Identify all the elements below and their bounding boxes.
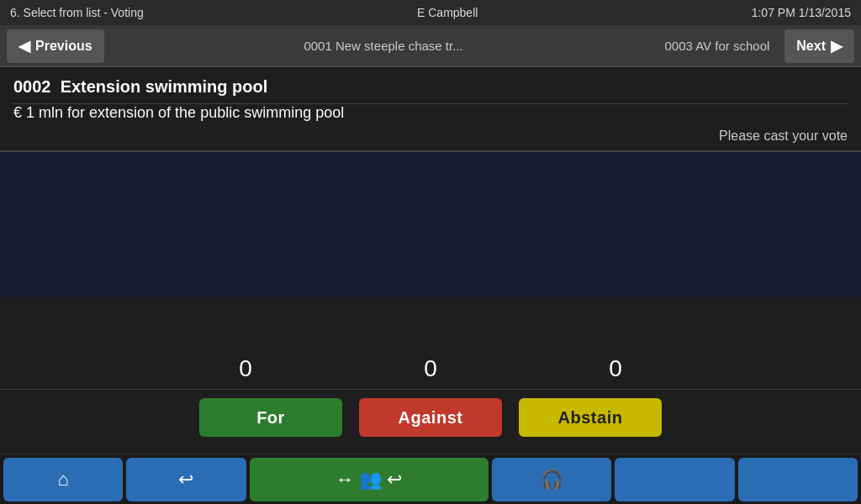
item-description: € 1 mln for extension of the public swim…: [13, 104, 848, 122]
nav-bar: ◀ Previous 0001 New steeple chase tr... …: [0, 25, 861, 67]
next-item-label: 0003 AV for school: [657, 39, 779, 53]
next-button[interactable]: Next ▶: [784, 29, 854, 63]
main-content: 0002 Extension swimming pool € 1 mln for…: [0, 67, 861, 454]
bottom-bar: ⌂ ↩ ↔ 👥 ↩ 🎧: [0, 454, 861, 504]
item-title: 0002 Extension swimming pool: [13, 77, 848, 97]
datetime: 1:07 PM 1/13/2015: [752, 6, 851, 19]
status-bar: 6. Select from list - Voting E Campbell …: [0, 0, 861, 25]
vote-buttons-row: For Against Abstain: [199, 398, 662, 437]
voting-area: 0 0 0 For Against Abstain: [0, 299, 861, 454]
previous-label: Previous: [35, 39, 92, 54]
vote-prompt: Please cast your vote: [13, 129, 848, 144]
extra-btn-6[interactable]: [738, 458, 858, 501]
right-arrow-icon: ▶: [831, 37, 843, 55]
against-button[interactable]: Against: [359, 398, 502, 437]
headset-icon: 🎧: [541, 469, 563, 491]
against-count: 0: [414, 355, 447, 382]
content-area: 0002 Extension swimming pool € 1 mln for…: [0, 67, 861, 151]
previous-item-label: 0001 New steeple chase tr...: [111, 39, 657, 53]
headset-button[interactable]: 🎧: [492, 458, 611, 501]
abstain-button[interactable]: Abstain: [519, 398, 662, 437]
extra-btn-5[interactable]: [615, 458, 734, 501]
home-button[interactable]: ⌂: [3, 458, 123, 501]
group-icon: ↔ 👥 ↩: [335, 469, 402, 491]
abstain-count: 0: [599, 355, 632, 382]
back-icon: ↩: [178, 469, 193, 491]
next-label: Next: [796, 39, 826, 54]
previous-button[interactable]: ◀ Previous: [7, 29, 104, 63]
group-mode-button[interactable]: ↔ 👥 ↩: [250, 458, 489, 501]
for-count: 0: [229, 355, 262, 382]
for-button[interactable]: For: [199, 398, 342, 437]
left-arrow-icon: ◀: [18, 37, 30, 55]
app-title: 6. Select from list - Voting: [10, 6, 144, 19]
user-name: E Campbell: [417, 6, 478, 19]
back-button[interactable]: ↩: [126, 458, 246, 501]
counts-row: 0 0 0: [229, 355, 632, 382]
home-icon: ⌂: [57, 469, 68, 491]
